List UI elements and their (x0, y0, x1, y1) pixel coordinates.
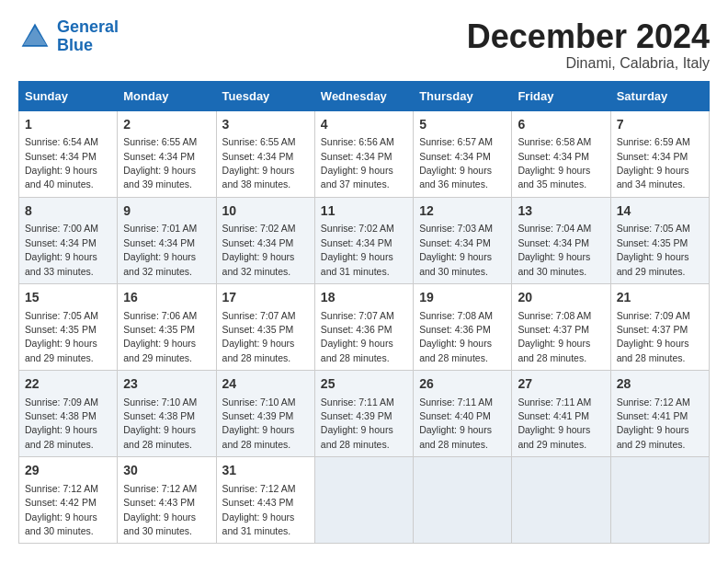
day-number: 6 (518, 116, 604, 134)
header-day-saturday: Saturday (610, 81, 709, 110)
header-day-sunday: Sunday (19, 81, 118, 110)
day-info: Sunrise: 7:12 AMSunset: 4:41 PMDaylight:… (617, 396, 690, 450)
calendar-cell: 27Sunrise: 7:11 AMSunset: 4:41 PMDayligh… (512, 371, 610, 457)
day-info: Sunrise: 7:05 AMSunset: 4:35 PMDaylight:… (617, 223, 690, 276)
calendar-cell: 17Sunrise: 7:07 AMSunset: 4:35 PMDayligh… (216, 283, 314, 370)
calendar-cell: 15Sunrise: 7:05 AMSunset: 4:35 PMDayligh… (19, 283, 118, 370)
day-number: 20 (518, 289, 604, 307)
day-number: 7 (617, 116, 703, 134)
calendar-cell: 20Sunrise: 7:08 AMSunset: 4:37 PMDayligh… (512, 283, 610, 370)
calendar-cell: 2Sunrise: 6:55 AMSunset: 4:34 PMDaylight… (118, 110, 216, 197)
calendar-cell (414, 457, 512, 544)
day-number: 5 (419, 116, 506, 134)
day-info: Sunrise: 7:10 AMSunset: 4:38 PMDaylight:… (123, 396, 197, 450)
day-number: 21 (617, 289, 703, 307)
month-title: December 2024 (467, 18, 710, 55)
calendar-cell (610, 457, 709, 544)
calendar-table: SundayMondayTuesdayWednesdayThursdayFrid… (18, 81, 710, 545)
day-number: 9 (123, 202, 210, 221)
day-number: 22 (25, 375, 111, 394)
day-number: 18 (321, 289, 407, 307)
title-block: December 2024 Dinami, Calabria, Italy (467, 18, 710, 72)
day-info: Sunrise: 7:04 AMSunset: 4:34 PMDaylight:… (518, 223, 591, 276)
header-day-friday: Friday (512, 81, 610, 110)
calendar-week-1: 1Sunrise: 6:54 AMSunset: 4:34 PMDaylight… (19, 110, 710, 197)
day-number: 2 (123, 116, 210, 134)
day-info: Sunrise: 7:07 AMSunset: 4:36 PMDaylight:… (321, 310, 394, 363)
calendar-week-3: 15Sunrise: 7:05 AMSunset: 4:35 PMDayligh… (19, 283, 710, 370)
day-number: 19 (419, 289, 506, 307)
day-info: Sunrise: 7:12 AMSunset: 4:42 PMDaylight:… (25, 483, 98, 536)
day-info: Sunrise: 7:11 AMSunset: 4:40 PMDaylight:… (419, 396, 493, 450)
header-day-wednesday: Wednesday (314, 81, 413, 110)
header-day-tuesday: Tuesday (216, 81, 314, 110)
calendar-cell: 6Sunrise: 6:58 AMSunset: 4:34 PMDaylight… (512, 110, 610, 197)
calendar-cell: 19Sunrise: 7:08 AMSunset: 4:36 PMDayligh… (414, 283, 512, 370)
day-info: Sunrise: 7:09 AMSunset: 4:38 PMDaylight:… (25, 396, 98, 450)
day-number: 30 (123, 462, 210, 480)
day-number: 31 (222, 462, 309, 480)
day-info: Sunrise: 7:02 AMSunset: 4:34 PMDaylight:… (222, 223, 296, 276)
calendar-cell: 21Sunrise: 7:09 AMSunset: 4:37 PMDayligh… (610, 283, 709, 370)
calendar-week-5: 29Sunrise: 7:12 AMSunset: 4:42 PMDayligh… (19, 457, 710, 544)
day-info: Sunrise: 6:55 AMSunset: 4:34 PMDaylight:… (123, 136, 197, 190)
day-info: Sunrise: 6:57 AMSunset: 4:34 PMDaylight:… (419, 136, 493, 190)
calendar-cell: 3Sunrise: 6:55 AMSunset: 4:34 PMDaylight… (216, 110, 314, 197)
calendar-cell: 28Sunrise: 7:12 AMSunset: 4:41 PMDayligh… (610, 371, 709, 457)
calendar-cell: 13Sunrise: 7:04 AMSunset: 4:34 PMDayligh… (512, 197, 610, 283)
day-info: Sunrise: 7:08 AMSunset: 4:36 PMDaylight:… (419, 310, 493, 363)
day-number: 17 (222, 289, 309, 307)
calendar-cell: 18Sunrise: 7:07 AMSunset: 4:36 PMDayligh… (314, 283, 413, 370)
calendar-cell: 24Sunrise: 7:10 AMSunset: 4:39 PMDayligh… (216, 371, 314, 457)
day-info: Sunrise: 6:54 AMSunset: 4:34 PMDaylight:… (25, 136, 98, 190)
calendar-cell: 14Sunrise: 7:05 AMSunset: 4:35 PMDayligh… (610, 197, 709, 283)
day-info: Sunrise: 7:07 AMSunset: 4:35 PMDaylight:… (222, 310, 296, 363)
calendar-week-4: 22Sunrise: 7:09 AMSunset: 4:38 PMDayligh… (19, 371, 710, 457)
calendar-cell: 26Sunrise: 7:11 AMSunset: 4:40 PMDayligh… (414, 371, 512, 457)
calendar-header-row: SundayMondayTuesdayWednesdayThursdayFrid… (19, 81, 710, 110)
day-info: Sunrise: 6:55 AMSunset: 4:34 PMDaylight:… (222, 136, 296, 190)
calendar-cell: 29Sunrise: 7:12 AMSunset: 4:42 PMDayligh… (19, 457, 118, 544)
day-info: Sunrise: 7:03 AMSunset: 4:34 PMDaylight:… (419, 223, 493, 276)
day-number: 24 (222, 375, 309, 394)
day-info: Sunrise: 7:02 AMSunset: 4:34 PMDaylight:… (321, 223, 394, 276)
day-number: 16 (123, 289, 210, 307)
day-number: 4 (321, 116, 407, 134)
day-number: 23 (123, 375, 210, 394)
calendar-cell: 5Sunrise: 6:57 AMSunset: 4:34 PMDaylight… (414, 110, 512, 197)
logo-icon (18, 20, 51, 53)
header-day-thursday: Thursday (414, 81, 512, 110)
day-number: 26 (419, 375, 506, 394)
day-number: 15 (25, 289, 111, 307)
day-number: 13 (518, 202, 604, 221)
day-number: 8 (25, 202, 111, 221)
page-header: GeneralBlue December 2024 Dinami, Calabr… (18, 18, 710, 72)
day-info: Sunrise: 6:59 AMSunset: 4:34 PMDaylight:… (617, 136, 690, 190)
day-number: 1 (25, 116, 111, 134)
svg-marker-1 (23, 27, 46, 45)
day-info: Sunrise: 7:08 AMSunset: 4:37 PMDaylight:… (518, 310, 591, 363)
day-info: Sunrise: 6:56 AMSunset: 4:34 PMDaylight:… (321, 136, 394, 190)
day-info: Sunrise: 7:09 AMSunset: 4:37 PMDaylight:… (617, 310, 690, 363)
day-info: Sunrise: 7:12 AMSunset: 4:43 PMDaylight:… (123, 483, 197, 536)
day-number: 29 (25, 462, 111, 480)
calendar-cell (512, 457, 610, 544)
calendar-cell: 31Sunrise: 7:12 AMSunset: 4:43 PMDayligh… (216, 457, 314, 544)
day-info: Sunrise: 7:01 AMSunset: 4:34 PMDaylight:… (123, 223, 197, 276)
calendar-cell: 12Sunrise: 7:03 AMSunset: 4:34 PMDayligh… (414, 197, 512, 283)
day-number: 27 (518, 375, 604, 394)
day-info: Sunrise: 7:10 AMSunset: 4:39 PMDaylight:… (222, 396, 296, 450)
day-info: Sunrise: 7:05 AMSunset: 4:35 PMDaylight:… (25, 310, 98, 363)
day-info: Sunrise: 7:11 AMSunset: 4:39 PMDaylight:… (321, 396, 394, 450)
day-number: 3 (222, 116, 309, 134)
day-number: 28 (617, 375, 703, 394)
calendar-cell: 4Sunrise: 6:56 AMSunset: 4:34 PMDaylight… (314, 110, 413, 197)
logo-text: GeneralBlue (57, 18, 119, 55)
calendar-cell (314, 457, 413, 544)
logo: GeneralBlue (18, 18, 119, 55)
calendar-cell: 25Sunrise: 7:11 AMSunset: 4:39 PMDayligh… (314, 371, 413, 457)
day-info: Sunrise: 7:00 AMSunset: 4:34 PMDaylight:… (25, 223, 98, 276)
calendar-cell: 30Sunrise: 7:12 AMSunset: 4:43 PMDayligh… (118, 457, 216, 544)
day-number: 11 (321, 202, 407, 221)
header-day-monday: Monday (118, 81, 216, 110)
